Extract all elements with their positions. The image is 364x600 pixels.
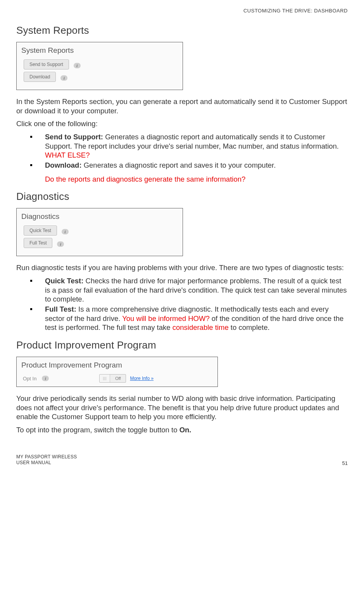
- page-number: 51: [342, 460, 348, 466]
- panel-title-pip: Product Improvement Program: [21, 361, 213, 369]
- diagnostics-panel: Diagnostics Quick Test i Full Test i: [16, 208, 183, 256]
- info-icon[interactable]: i: [60, 75, 67, 81]
- pip-para1: Your drive periodically sends its serial…: [16, 394, 348, 421]
- panel-title-system-reports: System Reports: [21, 46, 178, 55]
- footer-subtitle: USER MANUAL: [16, 460, 77, 466]
- section-title-pip: Product Improvement Program: [16, 339, 348, 351]
- info-icon[interactable]: i: [42, 376, 49, 381]
- pip-para2: To opt into the program, switch the togg…: [16, 425, 348, 435]
- quick-test-term: Quick Test:: [45, 277, 83, 285]
- full-test-part3: to complete.: [229, 323, 270, 331]
- list-item: Quick Test: Checks the hard drive for ma…: [30, 276, 348, 304]
- list-item: Full Test: Is a more comprehensive drive…: [30, 305, 348, 332]
- send-to-support-term: Send to Support:: [45, 133, 103, 141]
- info-icon[interactable]: i: [62, 229, 69, 234]
- reports-question: Do the reports and diagnostics generate …: [45, 175, 348, 184]
- list-item: Send to Support: Generates a diagnostic …: [30, 132, 348, 160]
- opt-in-toggle[interactable]: ||| Off: [99, 374, 126, 383]
- footer-product: MY PASSPORT WIRELESS: [16, 454, 77, 460]
- list-item: Download: Generates a diagnostic report …: [30, 161, 348, 184]
- toggle-state: Off: [110, 376, 126, 381]
- system-reports-click-one: Click one of the following:: [16, 119, 348, 128]
- toggle-grip-icon: |||: [100, 375, 110, 382]
- pip-para2a: To opt into the program, switch the togg…: [16, 426, 179, 434]
- info-icon[interactable]: i: [74, 63, 81, 68]
- system-reports-panel: System Reports Send to Support i Downloa…: [16, 42, 183, 90]
- opt-in-label: Opt In: [23, 376, 36, 382]
- page-header-breadcrumb: CUSTOMIZING THE DRIVE: DASHBOARD: [16, 8, 348, 14]
- diagnostics-list: Quick Test: Checks the hard drive for ma…: [16, 276, 348, 332]
- full-test-button[interactable]: Full Test: [24, 238, 52, 248]
- send-to-support-note: WHAT ELSE?: [45, 151, 90, 159]
- panel-title-diagnostics: Diagnostics: [21, 212, 178, 221]
- section-title-system-reports: System Reports: [16, 24, 348, 36]
- quick-test-button[interactable]: Quick Test: [24, 225, 57, 236]
- section-title-diagnostics: Diagnostics: [16, 191, 348, 203]
- more-info-link[interactable]: More Info »: [130, 376, 154, 381]
- download-desc: Generates a diagnostic report and saves …: [82, 161, 276, 169]
- diagnostics-intro: Run diagnostic tests if you are having p…: [16, 263, 348, 272]
- download-term: Download:: [45, 161, 82, 169]
- full-test-note2: considerable time: [173, 323, 229, 331]
- pip-panel: Product Improvement Program Opt In i |||…: [16, 357, 218, 387]
- full-test-term: Full Test:: [45, 305, 76, 313]
- pip-on-bold: On.: [179, 426, 191, 434]
- system-reports-list: Send to Support: Generates a diagnostic …: [16, 132, 348, 184]
- quick-test-desc: Checks the hard drive for major performa…: [45, 277, 347, 303]
- system-reports-intro: In the System Reports section, you can g…: [16, 97, 348, 115]
- download-button[interactable]: Download: [24, 72, 56, 82]
- page-footer: MY PASSPORT WIRELESS USER MANUAL 51: [16, 454, 348, 466]
- info-icon[interactable]: i: [57, 241, 64, 247]
- full-test-note1: You will be informed HOW?: [122, 314, 210, 323]
- send-to-support-button[interactable]: Send to Support: [24, 59, 69, 69]
